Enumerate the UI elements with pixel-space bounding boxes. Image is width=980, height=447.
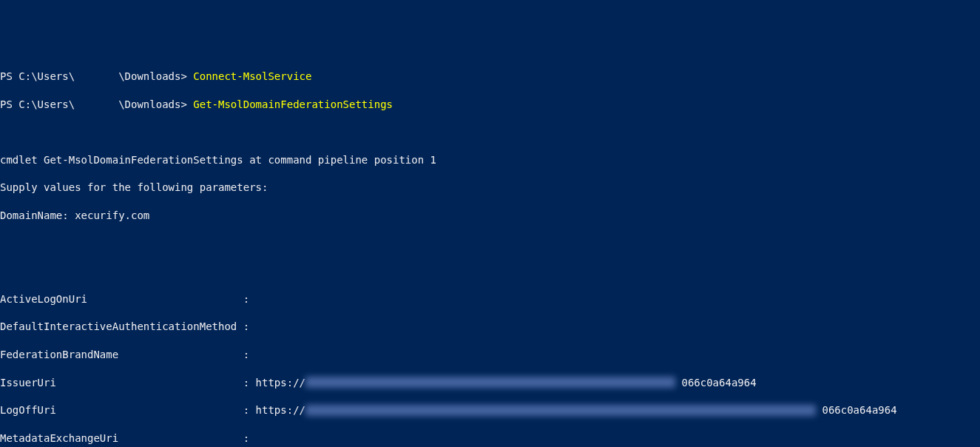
logoff-prefix: https://	[256, 403, 305, 417]
issuer-prefix: https://	[256, 376, 305, 390]
terminal-output[interactable]: PS C:\Users\ \Downloads> Connect-MsolSer…	[0, 56, 980, 447]
prompt-2: PS C:\Users\ \Downloads>	[0, 98, 193, 110]
blank-2	[0, 237, 980, 251]
cmdlet-info-2: Supply values for the following paramete…	[0, 181, 980, 195]
blank-1	[0, 125, 980, 139]
cmdlet-info-3: DomainName: xecurify.com	[0, 209, 980, 223]
prompt-1: PS C:\Users\ \Downloads>	[0, 70, 193, 82]
domain-name-label: DomainName:	[0, 209, 75, 221]
kv-fedbrand: FederationBrandName :	[0, 348, 980, 362]
kv-active-logon: ActiveLogOnUri :	[0, 292, 980, 306]
cmd-connect: Connect-MsolService	[193, 70, 311, 82]
cmdlet-info-1: cmdlet Get-MsolDomainFederationSettings …	[0, 153, 980, 167]
kv-issuer: IssuerUri : https:// 066c0a64a964	[0, 376, 980, 390]
issuer-suffix: 066c0a64a964	[681, 376, 756, 390]
command-line-2: PS C:\Users\ \Downloads> Get-MsolDomainF…	[0, 98, 980, 112]
key-activelogon: ActiveLogOnUri :	[0, 293, 249, 305]
key-defaultauth: DefaultInteractiveAuthenticationMethod :	[0, 320, 249, 332]
command-line-1: PS C:\Users\ \Downloads> Connect-MsolSer…	[0, 70, 980, 84]
key-issuer: IssuerUri :	[0, 376, 256, 390]
logoff-redacted	[305, 405, 816, 416]
logoff-suffix: 066c0a64a964	[822, 403, 896, 417]
domain-name-value: xecurify.com	[75, 209, 149, 221]
key-logoff: LogOffUri :	[0, 403, 256, 417]
blank-3	[0, 264, 980, 278]
kv-metadata: MetadataExchangeUri :	[0, 431, 980, 446]
issuer-redacted	[305, 377, 675, 388]
kv-default-auth: DefaultInteractiveAuthenticationMethod :	[0, 320, 980, 334]
cmd-get-federation: Get-MsolDomainFederationSettings	[193, 98, 393, 110]
key-metadata: MetadataExchangeUri :	[0, 432, 249, 444]
kv-logoff: LogOffUri : https:// 066c0a64a964	[0, 403, 980, 417]
key-fedbrand: FederationBrandName :	[0, 349, 249, 360]
